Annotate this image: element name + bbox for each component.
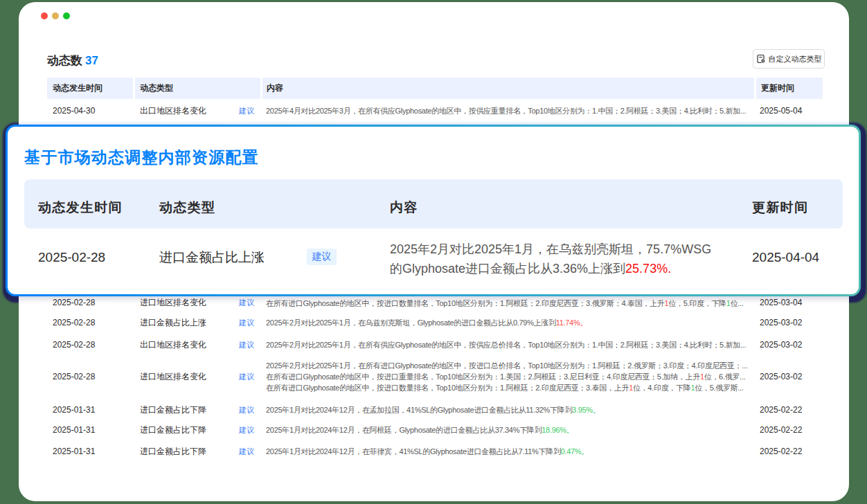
row-content-line: 在所有进口Glyphosate的地区中，按进口数量排名，Top10地区分别为：1… [266,298,744,309]
content-value-fall: 18.96%。 [542,426,573,434]
row-content: 2025年1月对比2024年12月，在阿根廷，Glyphosate的进口金额占比… [266,424,573,435]
popup-row-type: 进口金额占比上涨 [159,250,265,265]
row-content: 2025年4月对比2025年3月，在所有供应Glyphosate的地区中，按供应… [266,105,746,116]
content-text: 位，6.俄罗... [704,372,746,381]
table-row: 2025-01-31进口金额占比下降建议2025年1月对比2024年12月，在阿… [19,424,849,435]
dynamic-count-label: 动态数 [47,54,82,67]
popup-col-content: 内容 [390,183,418,232]
table-header-label: 动态类型 [140,78,173,99]
row-content-line: 在所有进口Glyphosate的地区中，按进口数量排名，Top10地区分别为：1… [266,382,747,393]
row-content: 在所有进口Glyphosate的地区中，按进口数量排名，Top10地区分别为：1… [266,298,744,309]
row-suggestion-tag[interactable]: 建议 [239,371,254,382]
content-text: 在所有进口Glyphosate的地区中，按进口重量排名，Top10地区分别为：1… [266,372,700,381]
traffic-light-maximize[interactable] [63,12,70,19]
popup-row-updated: 2025-04-04 [752,250,819,265]
row-date: 2025-04-30 [53,105,95,116]
content-text: 2025年1月对比2024年12月，在阿根廷，Glyphosate的进口金额占比… [266,426,542,434]
popup-col-type: 动态类型 [159,183,215,232]
row-date: 2025-01-31 [53,404,95,415]
row-updated: 2025-02-22 [760,404,802,415]
content-text: 位，5.俄罗斯... [695,384,743,392]
popup-table-header: 动态发生时间动态类型内容更新时间 [24,179,843,228]
row-content-line: 2025年2月对比2025年1月，在所有供应Glyphosate的地区中，按供应… [266,339,746,350]
row-updated: 2025-03-02 [760,371,802,382]
table-header-label: 内容 [267,78,283,99]
row-suggestion-tag[interactable]: 建议 [239,105,254,116]
table-header-cell: 动态类型 [135,78,260,99]
content-text: 2025年1月对比2024年12月，在菲律宾，41%SL的Glyphosate进… [266,447,561,456]
row-suggestion-tag[interactable]: 建议 [239,339,254,350]
dynamic-count-value: 37 [85,54,98,67]
popup-row-content: 2025年2月对比2025年1月，在乌兹别亮斯坦，75.7%WSG的Glypho… [390,240,711,278]
dynamic-count: 动态数37 [47,53,98,69]
row-date: 2025-02-28 [53,317,95,328]
table-row: 2025-02-28进口地区排名变化建议在所有进口Glyphosate的地区中，… [19,297,849,308]
row-type: 进口金额占比上涨 [140,317,206,328]
row-date: 2025-02-28 [53,371,95,382]
table-header-label: 更新时间 [761,78,794,99]
row-suggestion-tag[interactable]: 建议 [239,317,254,328]
popup-content-line: 的Glyphosate进口金额占比从3.36%上涨到25.73%. [390,259,711,278]
table-header-cell: 更新时间 [756,78,823,99]
row-content-line: 2025年1月对比2024年12月，在菲律宾，41%SL的Glyphosate进… [266,446,589,457]
row-content-line: 2025年1月对比2024年12月，在孟加拉国，41%SL的Glyphosate… [266,404,600,415]
row-type: 进口金额占比下降 [140,446,206,457]
table-row: 2025-01-31进口金额占比下降建议2025年1月对比2024年12月，在孟… [19,404,849,415]
table-header-label: 动态发生时间 [53,78,102,99]
row-updated: 2025-02-22 [760,446,802,457]
row-suggestion-tag[interactable]: 建议 [239,446,254,457]
row-updated: 2025-02-22 [760,424,802,435]
popup-suggestion-badge[interactable]: 建议 [307,249,337,265]
traffic-light-minimize[interactable] [52,12,59,19]
table-row: 2025-02-28出口地区排名变化建议2025年2月对比2025年1月，在所有… [19,339,849,350]
content-text: 2025年4月对比2025年3月，在所有供应Glyphosate的地区中，按供应… [266,107,746,115]
table-header-cell: 内容 [262,78,754,99]
content-value-fall: 0.47%。 [561,447,589,456]
row-content-line: 2025年1月对比2024年12月，在阿根廷，Glyphosate的进口金额占比… [266,424,573,435]
content-text: 2025年2月对比2025年1月，在乌兹别克斯坦，Glyphosate的进口金额… [266,318,556,327]
row-date: 2025-01-31 [53,424,95,435]
popup-title: 基于市场动态调整内部资源配置 [24,147,259,168]
popup-row-date: 2025-02-28 [38,250,105,265]
row-type: 进口金额占比下降 [140,404,206,415]
row-type: 进口金额占比下降 [140,424,206,435]
row-content-line: 在所有进口Glyphosate的地区中，按进口重量排名，Top10地区分别为：1… [266,371,747,382]
content-text: 2025年2月对比2025年1月，在乌兹别亮斯坦，75.7%WSG [390,242,711,256]
traffic-light-close[interactable] [41,12,48,19]
table-row: 2025-02-28进口金额占比上涨建议2025年2月对比2025年1月，在乌兹… [19,317,849,328]
row-updated: 2025-03-02 [760,339,802,350]
popup-col-updated: 更新时间 [752,183,808,232]
table-header-cell: 动态发生时间 [47,78,133,99]
content-text: 在所有进口Glyphosate的地区中，按进口数量排名，Top10地区分别为：1… [266,299,665,307]
row-date: 2025-02-28 [53,339,95,350]
customize-type-button[interactable]: 自定义动态类型 [753,49,825,69]
popup-col-date: 动态发生时间 [38,183,123,232]
content-value-rise: 11.74%。 [556,318,587,327]
file-settings-icon [756,54,766,64]
row-content: 2025年2月对比2025年1月，在乌兹别克斯坦，Glyphosate的进口金额… [266,317,587,328]
row-content: 2025年1月对比2024年12月，在菲律宾，41%SL的Glyphosate进… [266,446,589,457]
row-type: 进口地区排名变化 [140,297,206,308]
row-updated: 2025-05-04 [760,105,802,116]
row-content-line: 2025年4月对比2025年3月，在所有供应Glyphosate的地区中，按供应… [266,105,746,116]
row-suggestion-tag[interactable]: 建议 [239,404,254,415]
content-text: 位... [731,299,744,307]
content-text: 位，5.印度，下降 [668,299,726,307]
row-type: 出口地区排名变化 [140,339,206,350]
row-type: 出口地区排名变化 [140,105,206,116]
content-text: 的Glyphosate进口金额占比从3.36%上涨到 [390,262,625,276]
content-text: 2025年1月对比2024年12月，在孟加拉国，41%SL的Glyphosate… [266,406,572,414]
content-text: 位，4.印度，下降 [633,384,690,392]
content-text: 2025年2月对比2025年1月，在所有进口Glyphosate的地区中，按进口… [266,361,747,370]
row-date: 2025-02-28 [53,297,95,308]
row-suggestion-tag[interactable]: 建议 [239,424,254,435]
popup-content-line: 2025年2月对比2025年1月，在乌兹别亮斯坦，75.7%WSG [390,240,711,259]
row-updated: 2025-03-02 [760,317,802,328]
content-text: 在所有进口Glyphosate的地区中，按进口数量排名，Top10地区分别为：1… [266,384,629,392]
row-suggestion-tag[interactable]: 建议 [239,297,254,308]
content-text: 2025年2月对比2025年1月，在所有供应Glyphosate的地区中，按供应… [266,341,746,349]
row-content: 2025年2月对比2025年1月，在所有供应Glyphosate的地区中，按供应… [266,339,746,350]
highlight-popup: 基于市场动态调整内部资源配置 动态发生时间动态类型内容更新时间 2025-02-… [6,125,861,296]
row-content-line: 2025年2月对比2025年1月，在所有进口Glyphosate的地区中，按进口… [266,360,747,371]
customize-type-button-label: 自定义动态类型 [769,54,822,64]
